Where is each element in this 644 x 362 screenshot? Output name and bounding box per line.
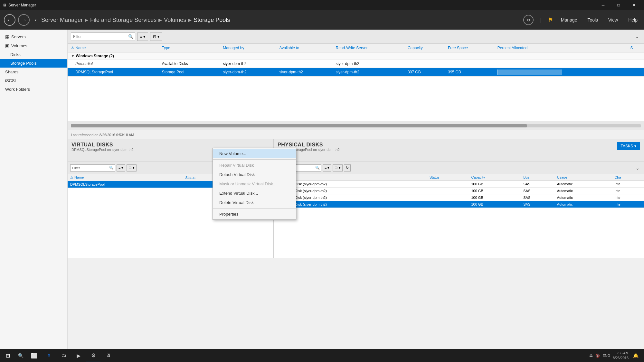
cell-type: Storage Pool — [159, 68, 220, 77]
tools-menu[interactable]: Tools — [585, 16, 601, 24]
tasks-button[interactable]: TASKS ▾ — [617, 142, 640, 150]
close-button[interactable]: ✕ — [627, 0, 641, 10]
physical-disks-title: PHYSICAL DISKS — [278, 142, 617, 148]
breadcrumb-storage-pools[interactable]: Storage Pools — [194, 17, 230, 23]
save-button[interactable]: ⊡ ▾ — [150, 32, 162, 41]
vd-col-name[interactable]: ⚠ Name — [68, 174, 183, 181]
col-name[interactable]: ⚠ Name — [68, 44, 159, 52]
pd-col-name[interactable]: Name — [274, 174, 427, 181]
col-rw-server[interactable]: Read-Write Server — [333, 44, 404, 52]
title-bar-title: Server Manager — [8, 3, 36, 7]
pd-cell-cha: Inte — [612, 194, 644, 201]
col-free-space[interactable]: Free Space — [445, 44, 494, 52]
bottom-sections: VIRTUAL DISKS DPMSQLStoragePool on siyer… — [68, 139, 644, 258]
context-menu-delete[interactable]: Delete Virtual Disk — [213, 198, 296, 207]
table-row[interactable]: Msft Virtual Disk (siyer-dpm-th2) 100 GB… — [274, 194, 644, 201]
tasks-label: TASKS — [621, 144, 633, 148]
view-menu[interactable]: View — [606, 16, 620, 24]
context-menu-extend[interactable]: Extend Virtual Disk... — [213, 189, 296, 198]
breadcrumb-file-storage[interactable]: File and Storage Services — [90, 17, 156, 23]
pd-list-btn[interactable]: ≡ ▾ — [323, 164, 331, 172]
physical-disks-toolbar: 🔍 ≡ ▾ ⊡ ▾ ↻ ⌄ — [274, 162, 644, 174]
breadcrumb-volumes[interactable]: Volumes — [164, 17, 186, 23]
pd-cell-name: Msft Virtual Disk (siyer-dpm-th2) — [274, 194, 427, 201]
sidebar-item-volumes[interactable]: ▣ Volumes — [0, 41, 67, 50]
col-percent[interactable]: Percent Allocated — [494, 44, 627, 52]
context-menu-new-volume[interactable]: New Volume... — [213, 149, 296, 158]
breadcrumb-server-manager[interactable]: Server Manager — [41, 17, 83, 23]
physical-disks-panel: PHYSICAL DISKS DPMSQLStoragePool on siye… — [274, 139, 644, 258]
cell-available-to — [276, 60, 332, 68]
help-menu[interactable]: Help — [626, 16, 640, 24]
taskbar-lang: ENG — [602, 354, 610, 357]
sidebar-item-iscsi[interactable]: iSCSI — [0, 76, 67, 85]
nav-dropdown-button[interactable]: ▾ — [32, 14, 39, 26]
pd-cell-cha: Inte — [612, 188, 644, 194]
pd-col-cha[interactable]: Cha — [612, 174, 644, 181]
taskbar: ⊞ 🔍 ⬜ e 🗂 ▶ ⚙ 🖥 🖧 🔇 ENG 6:56 AM 8/26/201… — [0, 349, 644, 362]
sidebar-label-storage-pools: Storage Pools — [10, 61, 37, 66]
pd-col-bus[interactable]: Bus — [521, 174, 554, 181]
taskbar-task-view[interactable]: ⬜ — [27, 350, 41, 361]
flag-icon: ⚑ — [548, 16, 553, 23]
start-button[interactable]: ⊞ — [1, 350, 14, 361]
vd-list-btn[interactable]: ≡ ▾ — [117, 164, 125, 172]
pd-cell-capacity: 100 GB — [469, 181, 521, 188]
col-available-to[interactable]: Available to — [276, 44, 332, 52]
taskbar-server-manager[interactable]: ⚙ — [86, 350, 100, 361]
taskbar-notify-button[interactable]: 🔔 — [631, 351, 640, 360]
nav-forward-button[interactable]: → — [18, 14, 30, 26]
taskbar-explorer[interactable]: 🗂 — [57, 350, 71, 361]
storage-pools-table: ⚠ Name Type Managed by Available to Read… — [68, 44, 644, 121]
pd-cell-usage: Automatic — [554, 201, 612, 208]
nav-back-button[interactable]: ← — [4, 14, 15, 26]
cell-rw-server: siyer-dpm-th2 — [333, 60, 404, 68]
table-row[interactable]: Msft Virtual Disk (siyer-dpm-th2) 100 GB… — [274, 201, 644, 208]
list-view-button[interactable]: ≡ ▾ — [137, 32, 148, 41]
pd-collapse-btn[interactable]: ⌄ — [634, 164, 641, 172]
taskbar-ie[interactable]: e — [42, 350, 56, 361]
cell-managed-by: siyer-dpm-th2 — [220, 68, 276, 77]
nav-refresh-button[interactable]: ↻ — [523, 15, 534, 25]
sidebar-item-shares[interactable]: Shares — [0, 68, 67, 76]
pd-col-status[interactable]: Status — [427, 174, 469, 181]
taskbar-network-icon: 🖧 — [589, 354, 593, 357]
vd-save-btn[interactable]: ⊡ ▾ — [127, 164, 136, 172]
col-s[interactable]: S — [627, 44, 644, 52]
sidebar-item-work-folders[interactable]: Work Folders — [0, 85, 67, 94]
virtual-disks-filter-input[interactable] — [70, 164, 115, 172]
pd-col-capacity[interactable]: Capacity — [469, 174, 521, 181]
maximize-button[interactable]: □ — [611, 0, 626, 10]
sidebar-item-servers[interactable]: ▦ Servers — [0, 32, 67, 41]
col-managed-by[interactable]: Managed by — [220, 44, 276, 52]
search-button[interactable]: 🔍 — [15, 350, 26, 361]
context-menu-repair[interactable]: Repair Virtual Disk — [213, 161, 296, 170]
context-menu-detach[interactable]: Detach Virtual Disk — [213, 170, 296, 179]
physical-disks-header: PHYSICAL DISKS DPMSQLStoragePool on siye… — [274, 139, 644, 162]
table-row[interactable]: Msft Virtual Disk (siyer-dpm-th2) 100 GB… — [274, 188, 644, 194]
collapse-button[interactable]: ⌄ — [633, 33, 641, 41]
sidebar-label-iscsi: iSCSI — [5, 78, 16, 83]
table-row[interactable]: Primordial Available Disks siyer-dpm-th2… — [68, 60, 644, 68]
pd-cell-usage: Automatic — [554, 194, 612, 201]
pd-col-usage[interactable]: Usage — [554, 174, 612, 181]
pd-refresh-btn[interactable]: ↻ — [344, 164, 351, 172]
pd-save-btn[interactable]: ⊡ ▾ — [333, 164, 342, 172]
table-row[interactable]: DPMSQLStoragePool Storage Pool siyer-dpm… — [68, 68, 644, 77]
refresh-text: Last refreshed on 8/26/2016 6:53:18 AM — [71, 133, 134, 137]
col-capacity[interactable]: Capacity — [404, 44, 445, 52]
table-row[interactable]: Msft Virtual Disk (siyer-dpm-th2) 100 GB… — [274, 181, 644, 188]
sidebar-item-disks[interactable]: Disks — [0, 50, 67, 59]
taskbar-app2[interactable]: 🖥 — [101, 350, 115, 361]
context-menu-properties[interactable]: Properties — [213, 209, 296, 219]
sidebar-item-storage-pools[interactable]: Storage Pools — [0, 59, 67, 68]
cell-s — [627, 60, 644, 68]
pd-cell-cha: Inte — [612, 181, 644, 188]
minimize-button[interactable]: ─ — [596, 0, 611, 10]
col-type[interactable]: Type — [159, 44, 220, 52]
storage-pools-filter-input[interactable] — [71, 32, 135, 41]
taskbar-cmd[interactable]: ▶ — [71, 350, 86, 361]
scroll-area — [68, 121, 644, 130]
manage-menu[interactable]: Manage — [558, 16, 580, 24]
context-menu-mask[interactable]: Mask or Unmask Virtual Disk... — [213, 179, 296, 189]
